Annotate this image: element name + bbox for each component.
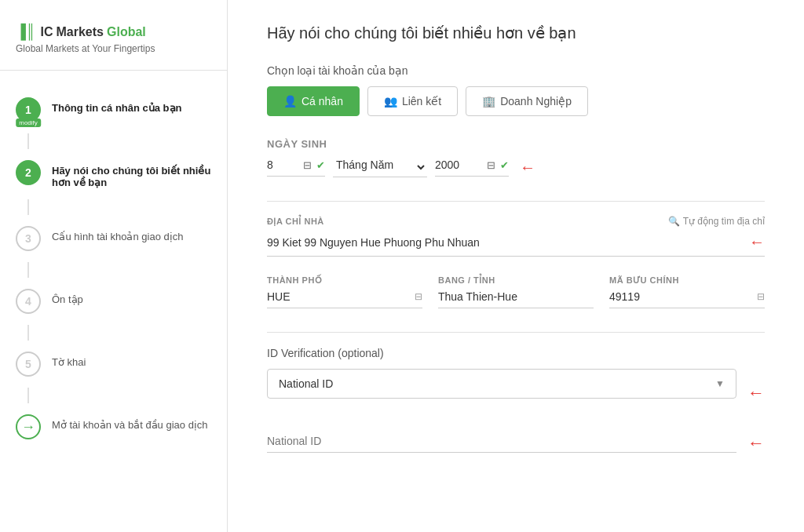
step4-circle: 4	[16, 289, 41, 314]
select-chevron-icon: ▼	[715, 378, 725, 389]
step1-badge: modify	[16, 118, 41, 127]
address-red-arrow: ←	[749, 233, 765, 251]
day-input[interactable]	[267, 159, 298, 171]
national-id-field	[267, 435, 736, 453]
state-input[interactable]	[438, 290, 594, 303]
main-content: Hãy nói cho chúng tôi biết nhiều hơn về …	[228, 0, 804, 532]
address-input[interactable]	[267, 236, 741, 249]
sidebar: ▐║ IC Markets Global Global Markets at Y…	[0, 0, 228, 532]
logo-global: Global	[107, 25, 146, 39]
year-input[interactable]	[435, 159, 482, 171]
check-icon: ✔	[316, 159, 325, 171]
sidebar-item-step5[interactable]: 5 Tờ khai	[8, 341, 219, 388]
city-input[interactable]	[267, 290, 410, 303]
logo-area: ▐║ IC Markets Global Global Markets at Y…	[0, 16, 227, 71]
auto-find-address[interactable]: 🔍 Tự động tìm địa chỉ	[668, 216, 765, 227]
state-label: BANG / TỈNH	[438, 275, 594, 286]
step2-label: Hãy nói cho chúng tôi biết nhiều hơn về …	[52, 160, 211, 188]
step5-circle: 5	[16, 352, 41, 377]
lien-ket-label: Liên kết	[402, 95, 441, 107]
account-type-label: Chọn loại tài khoản của bạn	[267, 64, 765, 77]
step3-circle: 3	[16, 226, 41, 251]
step-connector-5	[27, 388, 29, 403]
state-group: BANG / TỈNH	[438, 275, 594, 308]
sidebar-item-step4[interactable]: 4 Ôn tập	[8, 278, 219, 325]
step-connector-4	[27, 325, 29, 341]
birthday-label: Ngày sinh	[267, 138, 765, 150]
link-icon: 👥	[384, 95, 397, 107]
logo-bars-icon: ▐║	[16, 24, 36, 40]
step-connector-2	[27, 199, 29, 215]
step4-label: Ôn tập	[52, 289, 83, 305]
city-state-row: THÀNH PHỐ ⊟ BANG / TỈNH MÃ BƯU CHÍNH ⊟	[267, 275, 765, 308]
sidebar-item-step1[interactable]: 1 modify Thông tin cá nhân của bạn	[8, 86, 219, 133]
city-input-wrap: ⊟	[267, 290, 422, 308]
step1-label: Thông tin cá nhân của bạn	[52, 97, 182, 114]
year-field: ⊟ ✔	[435, 159, 509, 177]
ca-nhan-label: Cá nhân	[302, 95, 343, 107]
account-type-doanh-nghiep[interactable]: 🏢 Doanh Nghiệp	[466, 86, 588, 116]
sidebar-item-open-account[interactable]: → Mở tài khoản và bắt đầu giao dịch	[8, 403, 219, 450]
account-type-lien-ket[interactable]: 👥 Liên kết	[367, 86, 458, 116]
postal-input-wrap: ⊟	[609, 290, 765, 308]
city-label: THÀNH PHỐ	[267, 275, 422, 286]
state-input-wrap	[438, 290, 594, 308]
id-verification-label: ID Verification (optional)	[267, 347, 765, 359]
birthday-row: ⊟ ✔ Tháng Năm Tháng Một Tháng Hai Tháng …	[267, 158, 765, 177]
postal-group: MÃ BƯU CHÍNH ⊟	[609, 275, 765, 308]
divider-1	[267, 201, 765, 202]
national-id-red-arrow: ←	[747, 433, 765, 454]
doanh-nghiep-label: Doanh Nghiệp	[500, 95, 572, 107]
sidebar-item-step2[interactable]: 2 Hãy nói cho chúng tôi biết nhiều hơn v…	[8, 149, 219, 199]
address-label-row: ĐỊA CHỈ NHÀ 🔍 Tự động tìm địa chỉ	[267, 216, 765, 227]
address-label: ĐỊA CHỈ NHÀ	[267, 217, 324, 227]
month-select[interactable]: Tháng Năm Tháng Một Tháng Hai Tháng Ba T…	[333, 158, 427, 177]
page-title: Hãy nói cho chúng tôi biết nhiều hơn về …	[267, 24, 765, 42]
account-type-row: 👤 Cá nhân 👥 Liên kết 🏢 Doanh Nghiệp	[267, 86, 765, 116]
year-check-icon: ✔	[500, 159, 509, 171]
step3-label: Cấu hình tài khoản giao dịch	[52, 226, 183, 242]
id-select-red-arrow: ←	[747, 383, 765, 403]
step-list: 1 modify Thông tin cá nhân của bạn 2 Hãy…	[0, 86, 227, 450]
national-id-input[interactable]	[267, 435, 736, 447]
birthday-red-arrow: ←	[520, 159, 535, 177]
step1-circle: 1 modify	[16, 97, 41, 122]
postal-input[interactable]	[609, 290, 752, 303]
id-verification-section: ID Verification (optional) National ID P…	[267, 347, 765, 454]
account-type-ca-nhan[interactable]: 👤 Cá nhân	[267, 86, 360, 116]
day-field: ⊟ ✔	[267, 159, 325, 177]
step2-circle: 2	[16, 160, 41, 185]
step-connector-3	[27, 262, 29, 278]
id-type-select[interactable]: National ID Passport Driver License	[279, 377, 709, 390]
building-icon: 🏢	[482, 95, 495, 107]
person-icon: 👤	[283, 95, 297, 107]
logo-ic: IC	[41, 25, 53, 39]
address-input-wrap: ←	[267, 233, 765, 257]
calendar-year-icon: ⊟	[487, 159, 495, 171]
postal-icon: ⊟	[757, 291, 765, 302]
step-arrow-label: Mở tài khoản và bắt đầu giao dịch	[52, 414, 208, 431]
search-icon: 🔍	[668, 216, 680, 227]
id-type-select-wrap: National ID Passport Driver License ▼	[267, 369, 736, 399]
logo-markets: Markets	[57, 25, 104, 39]
postal-label: MÃ BƯU CHÍNH	[609, 275, 765, 286]
city-icon: ⊟	[415, 291, 422, 302]
address-section: ĐỊA CHỈ NHÀ 🔍 Tự động tìm địa chỉ ←	[267, 216, 765, 257]
calendar-icon: ⊟	[303, 159, 312, 171]
divider-2	[267, 332, 765, 333]
city-group: THÀNH PHỐ ⊟	[267, 275, 422, 308]
logo-tagline: Global Markets at Your Fingertips	[16, 43, 211, 54]
step5-label: Tờ khai	[52, 352, 86, 368]
auto-find-text: Tự động tìm địa chỉ	[683, 216, 765, 227]
step-connector-1	[27, 133, 29, 149]
sidebar-item-step3[interactable]: 3 Cấu hình tài khoản giao dịch	[8, 215, 219, 262]
step-arrow-circle: →	[16, 414, 41, 439]
